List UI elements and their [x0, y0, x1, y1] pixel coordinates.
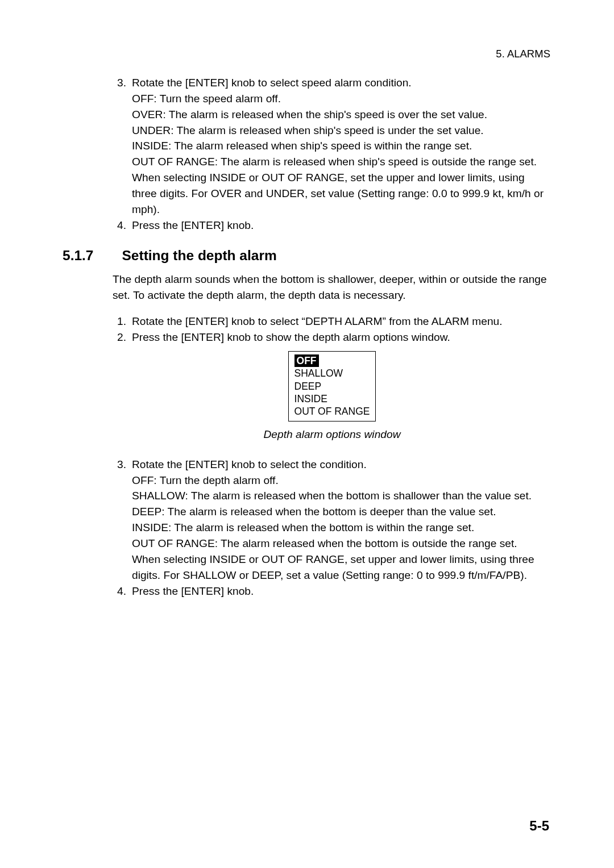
figure-caption: Depth alarm options window	[113, 428, 551, 441]
step-text: OUT OF RANGE: The alarm is released when…	[132, 154, 551, 170]
step-text: OFF: Turn the speed alarm off.	[132, 91, 551, 107]
step-number: 1.	[113, 314, 126, 329]
step-text: Press the [ENTER] knob to show the depth…	[132, 329, 551, 345]
options-window-figure: OFF SHALLOW DEEP INSIDE OUT OF RANGE	[113, 351, 551, 425]
step-text: OVER: The alarm is released when the shi…	[132, 107, 551, 123]
step-4-depth: 4. Press the [ENTER] knob.	[113, 583, 551, 599]
step-text: When selecting INSIDE or OUT OF RANGE, s…	[132, 552, 551, 583]
intro-paragraph: The depth alarm sounds when the bottom i…	[113, 272, 551, 303]
option-item: OUT OF RANGE	[293, 405, 371, 418]
chapter-header: 5. ALARMS	[496, 48, 550, 60]
step-text: SHALLOW: The alarm is released when the …	[132, 488, 551, 504]
step-text: DEEP: The alarm is released when the bot…	[132, 504, 551, 520]
step-number: 2.	[113, 329, 126, 345]
step-text: Rotate the [ENTER] knob to select speed …	[132, 75, 551, 91]
step-text: Rotate the [ENTER] knob to select “DEPTH…	[132, 314, 551, 329]
step-number: 4.	[113, 218, 126, 233]
step-1-depth: 1. Rotate the [ENTER] knob to select “DE…	[113, 314, 551, 329]
step-3-depth: 3. Rotate the [ENTER] knob to select the…	[113, 457, 551, 583]
step-text: UNDER: The alarm is released when ship's…	[132, 123, 551, 139]
step-4-speed: 4. Press the [ENTER] knob.	[113, 218, 551, 233]
step-number: 3.	[113, 75, 126, 218]
section-heading: 5.1.7 Setting the depth alarm	[63, 248, 551, 264]
step-number: 3.	[113, 457, 126, 583]
step-text: Press the [ENTER] knob.	[132, 583, 551, 599]
option-item: SHALLOW	[293, 367, 371, 379]
step-text: INSIDE: The alarm released when ship's s…	[132, 138, 551, 154]
depth-alarm-options-box: OFF SHALLOW DEEP INSIDE OUT OF RANGE	[288, 351, 376, 422]
step-text: OUT OF RANGE: The alarm released when th…	[132, 536, 551, 552]
step-text: Press the [ENTER] knob.	[132, 218, 551, 233]
step-text: When selecting INSIDE or OUT OF RANGE, s…	[132, 170, 551, 218]
section-title: Setting the depth alarm	[122, 248, 277, 264]
option-selected: OFF	[294, 354, 319, 367]
option-item: DEEP	[293, 380, 371, 393]
option-item: INSIDE	[293, 393, 371, 405]
step-3-speed: 3. Rotate the [ENTER] knob to select spe…	[113, 75, 551, 218]
step-text: OFF: Turn the depth alarm off.	[132, 473, 551, 489]
step-2-depth: 2. Press the [ENTER] knob to show the de…	[113, 329, 551, 345]
page-number: 5-5	[529, 818, 549, 834]
step-text: Rotate the [ENTER] knob to select the co…	[132, 457, 551, 473]
step-text: INSIDE: The alarm is released when the b…	[132, 520, 551, 536]
step-number: 4.	[113, 583, 126, 599]
section-number: 5.1.7	[63, 248, 94, 264]
